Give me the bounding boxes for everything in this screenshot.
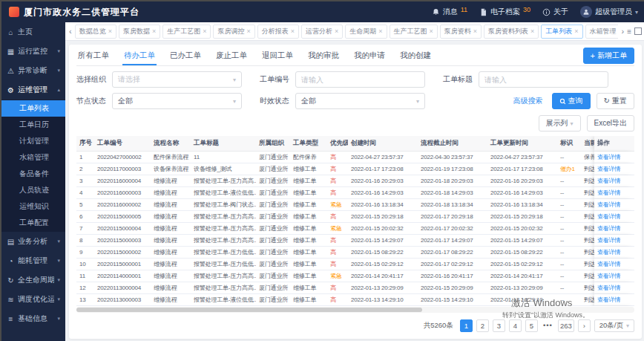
pagination-ellipsis[interactable]: ••• xyxy=(542,319,554,332)
workorder-title-input[interactable] xyxy=(479,71,608,88)
time-status-value: 全部 xyxy=(301,96,316,106)
view-detail-link[interactable]: 查看详情 xyxy=(597,166,620,172)
node-status-select[interactable]: 全部 ▾ xyxy=(112,93,242,109)
priority-cell: 高 xyxy=(327,175,348,187)
advanced-search-link[interactable]: 高级搜索 xyxy=(513,96,543,106)
dispatch-icon: ≋ xyxy=(7,296,15,304)
archive-button[interactable]: 电子档案 30 xyxy=(479,7,530,17)
view-detail-link[interactable]: 查看详情 xyxy=(597,213,620,220)
subtab-item[interactable]: 废止工单 xyxy=(214,47,249,65)
close-icon[interactable]: × xyxy=(246,28,250,35)
page-button[interactable]: 263 xyxy=(558,319,574,332)
sidebar-subitem-tank-management[interactable]: 水箱管理 xyxy=(1,149,65,166)
page-button[interactable]: 5 xyxy=(525,319,538,332)
subtab-item[interactable]: 我的审批 xyxy=(306,47,341,65)
tab-item[interactable]: 水箱管理× xyxy=(585,25,619,39)
cell: 2022-01-16 14:29:03 xyxy=(348,187,418,199)
subtab-item[interactable]: 所有工单 xyxy=(76,47,111,65)
subtab-item[interactable]: 待办工单 xyxy=(122,47,157,65)
tab-item[interactable]: 运营分析× xyxy=(301,25,343,39)
tab-item[interactable]: 生产工艺图× xyxy=(162,25,211,39)
view-detail-link[interactable]: 查看详情 xyxy=(597,261,620,267)
tabs-scroll-left-icon[interactable]: ‹ xyxy=(69,27,72,36)
tab-item[interactable]: 工单列表× xyxy=(541,25,582,39)
subtab-item[interactable]: 已办工单 xyxy=(168,47,203,65)
sidebar-subitem-maintenance-knowledge[interactable]: 运维知识 xyxy=(1,198,65,215)
sidebar-subitem-workorder-config[interactable]: 工单配置 xyxy=(1,215,65,231)
organization-select[interactable]: 请选择 ▾ xyxy=(112,71,242,88)
chevron-down-icon: ▾ xyxy=(626,322,629,329)
workorder-number-input[interactable] xyxy=(295,71,425,88)
close-icon[interactable]: × xyxy=(574,28,578,35)
page-button[interactable]: 4 xyxy=(509,319,522,332)
new-workorder-button[interactable]: + 新增工单 xyxy=(583,48,634,64)
excel-export-button[interactable]: Excel导出 xyxy=(587,115,634,131)
priority-cell: 高 xyxy=(327,247,348,259)
view-detail-link[interactable]: 查看详情 xyxy=(597,237,620,244)
sidebar-subitem-workorder-calendar[interactable]: 工单日历 xyxy=(1,117,65,133)
search-button[interactable]: 查询 xyxy=(552,93,591,109)
about-button[interactable]: 关于 xyxy=(542,7,568,17)
priority-cell: 高 xyxy=(327,235,348,247)
alert-icon: ⚠ xyxy=(7,67,15,75)
tab-item[interactable]: 泵房调控× xyxy=(213,25,254,39)
sidebar-item-basic-info[interactable]: ≡基础信息▾ xyxy=(1,309,65,328)
sidebar-item-business-analysis[interactable]: ▤业务分析▾ xyxy=(1,232,65,251)
tab-item[interactable]: 生命周期× xyxy=(345,25,387,39)
subtab-item[interactable]: 退回工单 xyxy=(260,47,295,65)
subtab-item[interactable]: 我的申请 xyxy=(352,47,387,65)
view-detail-link[interactable]: 查看详情 xyxy=(597,201,620,208)
sidebar-item-home[interactable]: ⌂主页 xyxy=(1,22,65,42)
view-detail-link[interactable]: 查看详情 xyxy=(597,154,620,160)
sidebar-item-energy-management[interactable]: ◔能耗管理▾ xyxy=(1,251,65,270)
next-page-button[interactable]: › xyxy=(578,319,591,332)
sidebar-item-maintenance[interactable]: ⚙运维管理▴ xyxy=(1,80,65,100)
tab-item[interactable]: 泵房数据× xyxy=(119,25,160,39)
close-icon[interactable]: × xyxy=(152,28,156,35)
tab-item[interactable]: 泵房资料× xyxy=(440,25,482,39)
sidebar-subitem-spare-parts[interactable]: 备品备件 xyxy=(1,166,65,182)
close-icon[interactable]: × xyxy=(108,28,112,35)
scrollbar-thumb[interactable] xyxy=(76,308,422,312)
view-detail-link[interactable]: 查看详情 xyxy=(597,178,620,184)
view-detail-link[interactable]: 查看详情 xyxy=(597,225,620,232)
tabs-scroll-right-icon[interactable]: › xyxy=(621,27,624,36)
sidebar-item-dispatch-optimization[interactable]: ≋调度优化运行▾ xyxy=(1,290,65,309)
tab-item[interactable]: 生产工艺图× xyxy=(390,25,438,39)
messages-button[interactable]: 消息 11 xyxy=(432,7,467,17)
close-icon[interactable]: × xyxy=(291,28,295,35)
view-detail-link[interactable]: 查看详情 xyxy=(597,189,620,196)
subtab-item[interactable]: 我的创建 xyxy=(398,47,433,65)
reset-button[interactable]: ↻ 重置 xyxy=(597,93,634,109)
sidebar-item-monitoring[interactable]: ▦运行监控▾ xyxy=(1,42,65,61)
sidebar-subitem-plan-management[interactable]: 计划管理 xyxy=(1,133,65,149)
view-detail-link[interactable]: 查看详情 xyxy=(597,249,620,256)
node-status-label: 节点状态 xyxy=(76,96,106,106)
view-detail-link[interactable]: 查看详情 xyxy=(597,296,620,303)
sidebar-subitem-personnel-track[interactable]: 人员轨迹 xyxy=(1,182,65,198)
display-columns-button[interactable]: 展示列 ▾ xyxy=(539,115,581,131)
close-icon[interactable]: × xyxy=(530,28,534,35)
sidebar-subitem-workorder-list[interactable]: 工单列表 xyxy=(1,100,65,117)
tabs-menu-icon[interactable]: ≡ xyxy=(627,27,631,36)
page-button[interactable]: 3 xyxy=(493,319,505,332)
tab-item[interactable]: 数据总览× xyxy=(75,25,116,39)
sidebar-item-lifecycle[interactable]: ↻全生命周期▾ xyxy=(1,270,65,290)
close-icon[interactable]: × xyxy=(335,28,338,35)
fullscreen-icon[interactable] xyxy=(634,27,642,35)
page-size-select[interactable]: 20条/页▾ xyxy=(594,319,634,332)
close-icon[interactable]: × xyxy=(378,28,382,35)
close-icon[interactable]: × xyxy=(203,28,206,35)
close-icon[interactable]: × xyxy=(473,28,477,35)
page-button[interactable]: 2 xyxy=(476,319,489,332)
view-detail-link[interactable]: 查看详情 xyxy=(597,273,620,279)
user-menu[interactable]: 超级管理员 ▾ xyxy=(580,6,638,18)
cell: 9 xyxy=(76,247,94,259)
tab-item[interactable]: 泵房资料列表× xyxy=(484,25,539,39)
view-detail-link[interactable]: 查看详情 xyxy=(597,285,620,291)
time-status-select[interactable]: 全部 ▾ xyxy=(295,93,425,109)
tab-item[interactable]: 分析报表× xyxy=(257,25,299,39)
sidebar-item-diagnosis[interactable]: ⚠异常诊断▾ xyxy=(1,61,65,80)
page-button[interactable]: 1 xyxy=(460,319,473,332)
close-icon[interactable]: × xyxy=(430,28,433,35)
